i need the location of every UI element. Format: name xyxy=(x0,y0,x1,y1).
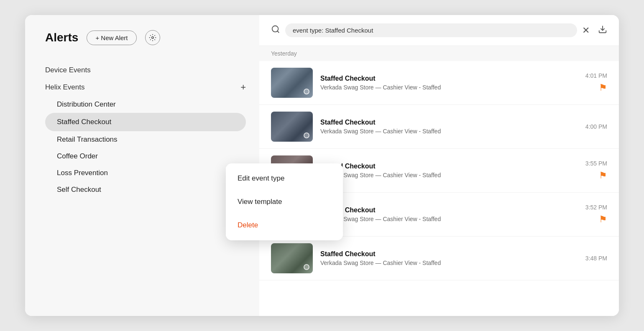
event-info: Staffed Checkout Verkada Swag Store — Ca… xyxy=(320,75,578,91)
event-meta: 4:00 PM xyxy=(585,123,607,130)
nav-helix-events[interactable]: Helix Events + xyxy=(45,79,246,96)
add-helix-event-icon[interactable]: + xyxy=(240,83,246,92)
sidebar-item-self-checkout[interactable]: Self Checkout xyxy=(45,181,246,198)
event-subtitle: Verkada Swag Store — Cashier View - Staf… xyxy=(320,84,578,91)
page-title: Alerts xyxy=(45,31,78,44)
sidebar-item-loss-prevention[interactable]: Loss Prevention xyxy=(45,165,246,181)
sidebar: Alerts + New Alert Device Events Helix E… xyxy=(25,15,259,316)
download-button[interactable] xyxy=(598,25,607,36)
svg-line-2 xyxy=(277,31,279,33)
event-info: Staffed Checkout Verkada Swag Store — Ca… xyxy=(320,206,578,222)
event-time: 3:52 PM xyxy=(585,204,607,211)
event-thumbnail xyxy=(271,112,313,142)
event-subtitle: Verkada Swag Store — Cashier View - Staf… xyxy=(320,260,578,266)
context-menu-delete[interactable]: Delete xyxy=(226,214,343,237)
sidebar-item-coffee-order[interactable]: Coffee Order xyxy=(45,148,246,165)
camera-dot-icon xyxy=(304,132,309,138)
event-subtitle: Verkada Swag Store — Cashier View - Staf… xyxy=(320,216,578,222)
search-input[interactable] xyxy=(285,23,577,37)
flag-icon[interactable]: ⚑ xyxy=(599,82,607,93)
camera-dot-icon xyxy=(304,89,309,94)
new-alert-button[interactable]: + New Alert xyxy=(87,31,136,45)
event-time: 3:55 PM xyxy=(585,160,607,167)
sidebar-item-staffed-checkout[interactable]: Staffed Checkout xyxy=(45,113,246,131)
event-row[interactable]: Staffed Checkout Verkada Swag Store — Ca… xyxy=(259,105,619,149)
event-title: Staffed Checkout xyxy=(320,206,578,214)
event-time: 3:48 PM xyxy=(585,255,607,262)
svg-point-0 xyxy=(151,37,153,39)
event-title: Staffed Checkout xyxy=(320,75,578,82)
event-meta: 3:48 PM xyxy=(585,255,607,262)
sidebar-header: Alerts + New Alert xyxy=(45,30,246,45)
event-meta: 4:01 PM ⚑ xyxy=(585,72,607,93)
gear-icon xyxy=(149,34,156,41)
event-time: 4:01 PM xyxy=(585,72,607,79)
context-menu-edit-event-type[interactable]: Edit event type xyxy=(226,167,343,190)
sidebar-item-retail-transactions[interactable]: Retail Transactions xyxy=(45,131,246,148)
search-bar: ✕ xyxy=(259,15,619,46)
event-title: Staffed Checkout xyxy=(320,163,578,170)
event-title: Staffed Checkout xyxy=(320,119,578,126)
event-subtitle: Verkada Swag Store — Cashier View - Staf… xyxy=(320,128,578,135)
event-thumbnail xyxy=(271,68,313,98)
search-actions: ✕ xyxy=(582,25,607,36)
event-info: Staffed Checkout Verkada Swag Store — Ca… xyxy=(320,119,578,135)
flag-icon[interactable]: ⚑ xyxy=(599,214,607,225)
event-meta: 3:52 PM ⚑ xyxy=(585,204,607,225)
event-subtitle: Verkada Swag Store — Cashier View - Staf… xyxy=(320,172,578,178)
event-meta: 3:55 PM ⚑ xyxy=(585,160,607,181)
nav-device-events[interactable]: Device Events xyxy=(45,62,246,79)
event-info: Staffed Checkout Verkada Swag Store — Ca… xyxy=(320,250,578,266)
sidebar-item-distribution-center[interactable]: Distribution Center xyxy=(45,96,246,113)
download-icon xyxy=(598,25,607,34)
search-icon xyxy=(271,25,280,36)
app-window: Alerts + New Alert Device Events Helix E… xyxy=(25,15,619,316)
event-title: Staffed Checkout xyxy=(320,250,578,258)
event-row[interactable]: Staffed Checkout Verkada Swag Store — Ca… xyxy=(259,61,619,105)
event-info: Staffed Checkout Verkada Swag Store — Ca… xyxy=(320,163,578,178)
svg-point-1 xyxy=(272,26,279,32)
context-menu: Edit event type View template Delete xyxy=(226,163,343,240)
event-time: 4:00 PM xyxy=(585,123,607,130)
flag-icon[interactable]: ⚑ xyxy=(599,170,607,181)
date-header: Yesterday xyxy=(259,46,619,61)
camera-dot-icon xyxy=(304,264,309,270)
clear-search-button[interactable]: ✕ xyxy=(582,25,590,36)
context-menu-view-template[interactable]: View template xyxy=(226,190,343,214)
event-thumbnail xyxy=(271,243,313,273)
event-row[interactable]: Staffed Checkout Verkada Swag Store — Ca… xyxy=(259,237,619,280)
settings-button[interactable] xyxy=(145,30,160,45)
